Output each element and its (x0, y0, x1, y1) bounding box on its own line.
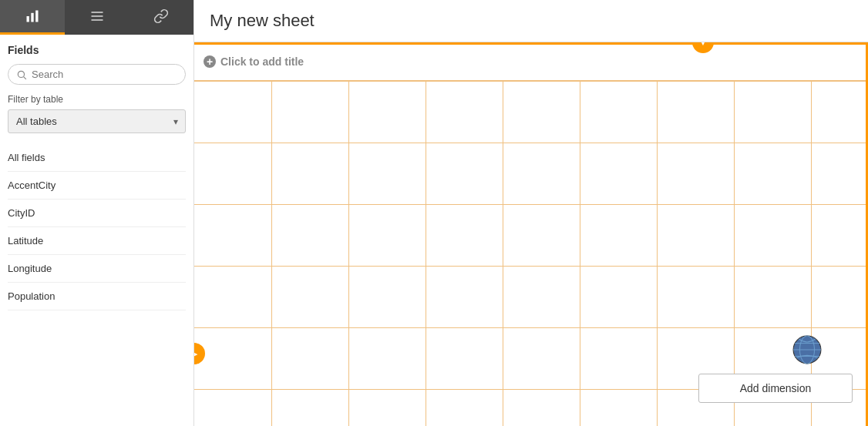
hgrid-4 (194, 266, 868, 267)
title-row[interactable]: Click to add title (194, 42, 868, 81)
svg-line-7 (24, 76, 26, 79)
field-item-longitude[interactable]: Longitude (8, 255, 186, 283)
link-icon (153, 8, 169, 24)
field-item-accent-city[interactable]: AccentCity (8, 172, 186, 200)
hgrid-5 (194, 327, 868, 328)
canvas-border-top (194, 42, 868, 45)
sidebar: Fields Filter by table All tables All fi… (0, 0, 194, 426)
field-item-population[interactable]: Population (8, 283, 186, 310)
list-icon (89, 8, 105, 24)
search-input[interactable] (32, 69, 177, 80)
canvas-area: Click to add title (194, 42, 868, 426)
vgrid-6 (657, 81, 658, 426)
sheet-title-bar: My new sheet (194, 0, 868, 42)
svg-rect-4 (91, 15, 103, 17)
chart-icon (25, 8, 40, 24)
filter-table-select[interactable]: All tables (8, 109, 186, 133)
tab-list[interactable] (65, 0, 130, 35)
hgrid-2 (194, 143, 868, 143)
svg-rect-3 (91, 12, 103, 13)
svg-rect-0 (26, 16, 29, 22)
hgrid-1 (194, 81, 868, 82)
svg-rect-5 (91, 19, 103, 21)
search-box[interactable] (8, 64, 186, 85)
sidebar-tabs (0, 0, 193, 35)
vgrid-3 (426, 81, 426, 426)
search-icon (16, 69, 27, 80)
hgrid-3 (194, 204, 868, 205)
vgrid-4 (503, 81, 503, 426)
fields-label: Fields (8, 44, 186, 56)
click-to-add-title-text: Click to add title (220, 55, 304, 68)
field-list: All fields AccentCity CityID Latitude Lo… (8, 144, 186, 310)
tab-link[interactable] (129, 0, 193, 35)
svg-point-6 (18, 71, 24, 77)
filter-table-wrapper: All tables (8, 109, 186, 133)
canvas-grid: Click to add title (194, 42, 868, 426)
field-item-all-fields[interactable]: All fields (8, 144, 186, 172)
field-item-city-id[interactable]: CityID (8, 200, 186, 227)
globe-svg (792, 335, 822, 364)
vgrid-1 (271, 81, 272, 426)
svg-rect-2 (35, 11, 38, 22)
plus-icon (204, 55, 216, 68)
globe-icon (792, 335, 822, 364)
main-content: My new sheet Click to add title (194, 0, 868, 426)
filter-label: Filter by table (8, 94, 186, 105)
vgrid-5 (580, 81, 580, 426)
sheet-title: My new sheet (210, 11, 315, 31)
svg-rect-1 (31, 13, 33, 22)
handle-left[interactable] (194, 343, 205, 364)
add-dimension-button[interactable]: Add dimension (698, 374, 853, 403)
sidebar-content: Fields Filter by table All tables All fi… (0, 35, 193, 426)
tab-chart[interactable] (0, 0, 65, 35)
vgrid-2 (348, 81, 349, 426)
click-to-add-title[interactable]: Click to add title (204, 55, 304, 68)
field-item-latitude[interactable]: Latitude (8, 227, 186, 255)
